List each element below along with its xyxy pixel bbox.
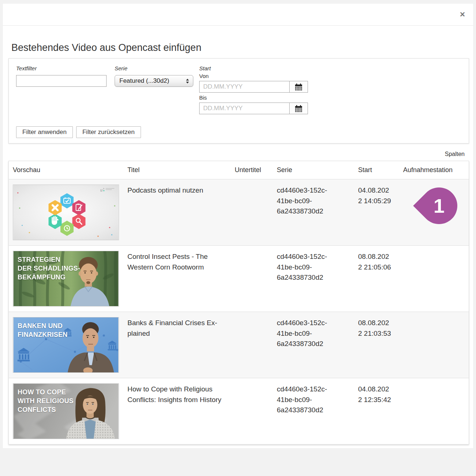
textfilter-label: Textfilter — [16, 65, 107, 71]
textfilter-input[interactable] — [16, 75, 107, 87]
von-date-group — [199, 81, 308, 93]
untertitel-cell — [235, 179, 277, 245]
filter-panel: Textfilter Serie Featured (...30d2) Star… — [8, 58, 469, 144]
apply-filter-button[interactable]: Filter anwenden — [16, 126, 73, 138]
title-cell: Podcasts optimal nutzen — [127, 179, 235, 245]
bis-label: Bis — [199, 94, 308, 101]
von-date-input[interactable] — [199, 81, 289, 93]
bis-date-group — [199, 103, 308, 114]
modal-header: ✕ — [3, 4, 473, 26]
station-cell — [403, 378, 469, 444]
thumbnail-caption: STRATEGIEN DER SCHÄDLINGS- BEKÄMPFUNG — [18, 255, 80, 282]
table-header: Vorschau Titel Untertitel Serie Start Au… — [9, 161, 469, 179]
bis-calendar-button[interactable] — [289, 103, 308, 114]
close-icon[interactable]: ✕ — [460, 11, 465, 18]
station-cell — [403, 246, 469, 312]
columns-toggle[interactable]: Spalten — [445, 151, 465, 157]
col-aufnahmestation: Aufnahmestation — [403, 161, 469, 179]
select-updown-icon — [186, 78, 189, 84]
calendar-icon — [294, 83, 303, 91]
serie-cell: cd4460e3-152c-41be-bc09-6a24338730d2 — [277, 246, 358, 312]
title-cell: Banks & Financial Crises Ex­plained — [127, 312, 235, 378]
start-group: Start Von — [199, 65, 308, 116]
bis-date-input[interactable] — [199, 103, 289, 114]
serie-cell: cd4460e3-152c-41be-bc09-6a24338730d2 — [277, 312, 358, 378]
start-cell: 08.08.2022 21:05:06 — [358, 246, 403, 312]
columns-toggle-row: Spalten — [8, 151, 469, 157]
station-cell — [403, 312, 469, 378]
col-titel: Titel — [127, 161, 235, 179]
von-label: Von — [199, 73, 308, 79]
col-vorschau: Vorschau — [9, 161, 127, 179]
thumbnail-cell: u b — [9, 179, 127, 245]
video-thumbnail-banks: BANKEN UND FINANZKRISEN — [13, 317, 119, 373]
thumbnail-cell: HOW TO COPE WITH RELIGIOUS CONFLICTS — [9, 378, 127, 444]
svg-text:u: u — [100, 187, 103, 193]
serie-cell: cd4460e3-152c-41be-bc09-6a24338730d2 — [277, 179, 358, 245]
start-cell: 04.08.2022 14:05:29 — [358, 179, 403, 245]
thumbnail-caption: HOW TO COPE WITH RELIGIOUS CONFLICTS — [18, 388, 74, 414]
serie-select[interactable]: Featured (...30d2) — [115, 75, 193, 87]
station-cell — [403, 179, 469, 245]
filter-buttons: Filter anwenden Filter zurücksetzen — [16, 126, 141, 138]
page-title: Bestehendes Video aus Opencast einfügen — [11, 42, 469, 53]
video-table: Vorschau Titel Untertitel Serie Start Au… — [8, 161, 469, 445]
start-cell: 04.08.2022 12:35:42 — [358, 378, 403, 444]
table-row[interactable]: u b — [9, 179, 469, 245]
serie-label: Serie — [115, 65, 193, 71]
von-calendar-button[interactable] — [289, 81, 308, 93]
textfilter-group: Textfilter — [16, 65, 107, 87]
untertitel-cell — [235, 378, 277, 444]
start-cell: 08.08.2022 21:03:53 — [358, 312, 403, 378]
col-serie: Serie — [277, 161, 358, 179]
title-cell: Control Insect Pests - The Western Corn … — [127, 246, 235, 312]
untertitel-cell — [235, 246, 277, 312]
thumbnail-caption: BANKEN UND FINANZKRISEN — [18, 321, 67, 339]
serie-select-value: Featured (...30d2) — [119, 77, 186, 85]
col-untertitel: Untertitel — [235, 161, 277, 179]
video-thumbnail-podcasts: u b — [13, 185, 119, 240]
start-label: Start — [199, 65, 308, 71]
table-row[interactable]: HOW TO COPE WITH RELIGIOUS CONFLICTS How… — [9, 378, 469, 444]
table-row[interactable]: STRATEGIEN DER SCHÄDLINGS- BEKÄMPFUNG Co… — [9, 245, 469, 312]
video-thumbnail-religious: HOW TO COPE WITH RELIGIOUS CONFLICTS — [13, 383, 119, 439]
reset-filter-button[interactable]: Filter zurücksetzen — [76, 126, 141, 138]
video-thumbnail-pests: STRATEGIEN DER SCHÄDLINGS- BEKÄMPFUNG — [13, 251, 119, 306]
thumbnail-cell: BANKEN UND FINANZKRISEN — [9, 312, 127, 378]
serie-group: Serie Featured (...30d2) — [115, 65, 193, 87]
untertitel-cell — [235, 312, 277, 378]
calendar-icon — [294, 105, 303, 112]
opencast-picker-modal: ✕ Bestehendes Video aus Opencast einfüge… — [3, 4, 473, 448]
table-row[interactable]: BANKEN UND FINANZKRISEN Banks & Financia… — [9, 312, 469, 378]
thumbnail-cell: STRATEGIEN DER SCHÄDLINGS- BEKÄMPFUNG — [9, 246, 127, 312]
title-cell: How to Cope with Religious Conflicts: In… — [127, 378, 235, 444]
serie-cell: cd4460e3-152c-41be-bc09-6a24338730d2 — [277, 378, 358, 444]
modal-body: Bestehendes Video aus Opencast einfügen … — [3, 42, 473, 445]
col-start: Start — [358, 161, 403, 179]
